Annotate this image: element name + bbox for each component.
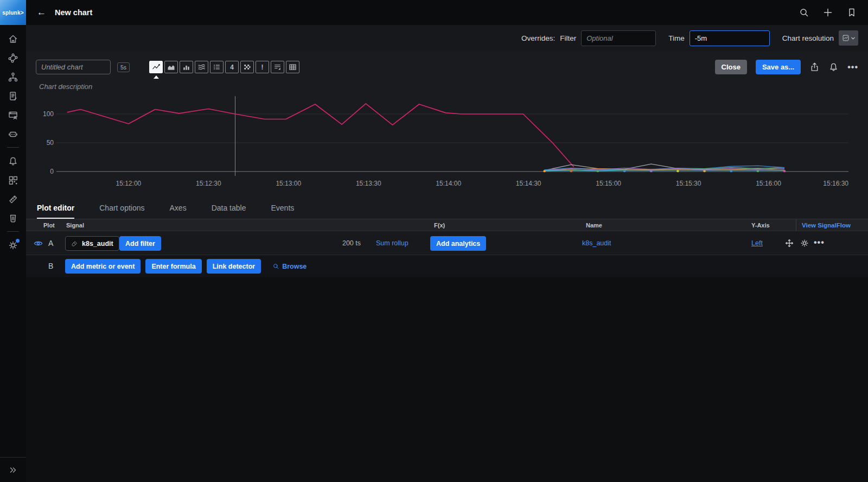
visibility-eye-icon[interactable] — [33, 238, 43, 249]
column-header-fx: F(x) — [434, 222, 445, 229]
home-icon — [8, 34, 18, 45]
enter-formula-button[interactable]: Enter formula — [145, 259, 201, 274]
add-analytics-button[interactable]: Add analytics — [430, 236, 486, 251]
bell-icon — [8, 156, 18, 167]
top-nav-bar: ← New chart — [26, 0, 868, 25]
more-options-button[interactable]: ••• — [847, 62, 858, 72]
svg-text:100: 100 — [43, 110, 54, 118]
chart-type-event-button[interactable]: ! — [256, 61, 269, 73]
chevron-down-icon — [851, 36, 856, 41]
svg-text:15:13:30: 15:13:30 — [356, 180, 381, 187]
chart-resolution-icon — [842, 34, 850, 42]
chart-type-line-button[interactable] — [149, 61, 163, 73]
chart-type-single-value-button[interactable]: 4 — [225, 61, 239, 73]
sidebar-item-metrics[interactable] — [0, 189, 26, 208]
chart-type-table-button[interactable] — [286, 61, 299, 73]
sidebar-item-log-observer[interactable] — [0, 86, 26, 105]
move-handle-icon[interactable] — [784, 238, 794, 248]
tab-data-table[interactable]: Data table — [212, 199, 246, 219]
search-icon[interactable] — [799, 7, 809, 18]
area-chart-icon — [167, 63, 176, 71]
filter-label: Filter — [560, 34, 576, 42]
sidebar-item-settings[interactable] — [0, 236, 26, 255]
view-signalflow-link[interactable]: View SignalFlow — [802, 222, 851, 229]
svg-text:15:16:30: 15:16:30 — [823, 180, 848, 187]
column-header-name: Name — [586, 222, 602, 229]
sidebar-divider — [7, 231, 19, 232]
tab-axes[interactable]: Axes — [170, 199, 187, 219]
plot-letter-a: A — [48, 239, 53, 248]
sidebar-item-apm[interactable] — [0, 48, 26, 67]
svg-text:15:12:00: 15:12:00 — [116, 180, 142, 187]
plot-letter-b: B — [48, 262, 53, 270]
plus-icon[interactable] — [822, 7, 833, 18]
add-metric-or-event-button[interactable]: Add metric or event — [65, 259, 141, 274]
tab-plot-editor[interactable]: Plot editor — [37, 199, 74, 219]
chart-type-area-button[interactable] — [164, 61, 178, 73]
save-as-button[interactable]: Save as... — [756, 60, 801, 74]
time-input[interactable] — [690, 30, 770, 46]
signal-name-link[interactable]: k8s_audit — [582, 239, 611, 247]
column-header-plot: Plot — [43, 222, 55, 229]
text-note-icon — [273, 63, 282, 71]
chart-title-input[interactable] — [36, 60, 111, 74]
row-more-options-button[interactable]: ••• — [814, 238, 825, 248]
link-detector-button[interactable]: Link detector — [207, 259, 261, 274]
single-value-icon: 4 — [230, 64, 234, 71]
filter-input[interactable] — [581, 30, 656, 46]
sum-rollup-link[interactable]: Sum rollup — [376, 239, 409, 247]
chart-type-column-button[interactable] — [180, 61, 193, 73]
sidebar-item-dashboard-groups[interactable] — [0, 170, 26, 189]
double-chevron-right-icon — [8, 465, 18, 475]
chart-type-text-button[interactable] — [271, 61, 284, 73]
sidebar-item-infrastructure[interactable] — [0, 67, 26, 86]
add-filter-button[interactable]: Add filter — [119, 236, 161, 251]
tab-chart-options[interactable]: Chart options — [99, 199, 144, 219]
tab-events[interactable]: Events — [271, 199, 294, 219]
eraser-icon — [71, 240, 78, 247]
hierarchy-icon — [8, 72, 18, 83]
chart-resolution-label: Chart resolution — [782, 34, 834, 42]
search-icon — [272, 263, 279, 270]
plot-row-b: B Add metric or event Enter formula Link… — [26, 255, 868, 277]
back-button[interactable]: ← — [37, 7, 46, 18]
browse-link[interactable]: Browse — [272, 263, 307, 270]
svg-text:15:15:00: 15:15:00 — [596, 180, 621, 187]
yaxis-left-link[interactable]: Left — [751, 239, 763, 247]
chart-resolution-button[interactable] — [839, 30, 858, 46]
signal-pill-k8s-audit[interactable]: k8s_audit — [65, 236, 119, 251]
share-icon[interactable] — [809, 62, 820, 72]
main-content: ← New chart Overrides: Filter Time Chart… — [26, 0, 868, 482]
close-button[interactable]: Close — [715, 60, 747, 74]
svg-text:15:16:00: 15:16:00 — [756, 180, 781, 187]
chart-type-heatmap-button[interactable] — [240, 61, 254, 73]
plot-row-a: A k8s_audit Add filter 200 ts Sum rollup… — [26, 231, 868, 255]
heatmap-icon — [242, 63, 252, 71]
sidebar-item-data-management[interactable] — [0, 208, 26, 227]
left-nav-sidebar: splunk> — [0, 0, 26, 482]
column-chart-icon — [182, 63, 191, 71]
sidebar-divider — [7, 147, 19, 148]
stream-chart-icon — [197, 63, 206, 71]
plot-options-gear-icon[interactable] — [800, 238, 809, 248]
sidebar-item-alerts[interactable] — [0, 151, 26, 170]
plot-table-header: Plot Signal F(x) Name Y-Axis View Signal… — [26, 219, 868, 231]
header-divider — [796, 219, 796, 232]
sidebar-item-dashboards[interactable] — [0, 105, 26, 124]
sidebar-item-home[interactable] — [0, 29, 26, 48]
bookmark-icon[interactable] — [846, 7, 857, 18]
table-icon — [288, 63, 297, 71]
sidebar-item-incidents[interactable] — [0, 124, 26, 143]
chart-description-placeholder[interactable]: Chart description — [39, 83, 92, 91]
chart-type-list-button[interactable] — [210, 61, 224, 73]
chart-type-stream-button[interactable] — [195, 61, 208, 73]
sidebar-expand-button[interactable] — [0, 457, 26, 482]
settings-notification-dot — [16, 239, 20, 243]
chart-preview[interactable]: 05010015:12:0015:12:3015:13:0015:13:3015… — [35, 93, 859, 196]
chart-builder-panel: 5s 4 — [26, 51, 868, 219]
bell-icon[interactable] — [828, 62, 839, 72]
resolution-badge: 5s — [117, 62, 130, 72]
browse-label: Browse — [282, 263, 307, 270]
empty-area — [26, 277, 868, 482]
svg-text:15:14:00: 15:14:00 — [436, 180, 461, 187]
